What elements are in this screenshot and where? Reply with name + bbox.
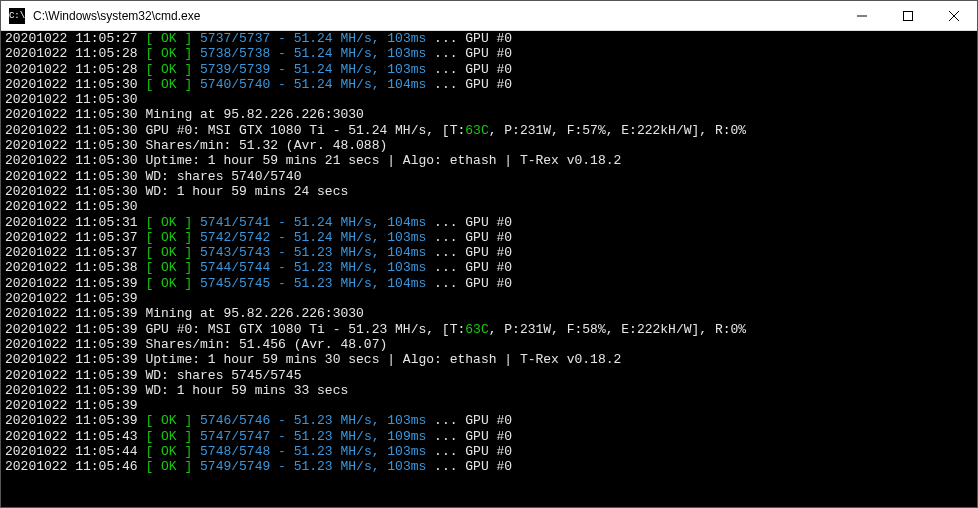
terminal-line: 20201022 11:05:39 WD: 1 hour 59 mins 33 … [5, 383, 973, 398]
terminal-segment: 20201022 11:05:39 WD: shares 5745/5745 [5, 368, 301, 383]
terminal-line: 20201022 11:05:30 GPU #0: MSI GTX 1080 T… [5, 123, 973, 138]
terminal-segment: ... GPU #0 [426, 276, 512, 291]
titlebar[interactable]: C:\ C:\Windows\system32\cmd.exe [1, 1, 977, 31]
terminal-segment: 5745/5745 - 51.23 MH/s, 104ms [192, 276, 426, 291]
terminal-segment: 5749/5749 - 51.23 MH/s, 103ms [192, 459, 426, 474]
terminal-segment: 20201022 11:05:39 WD: 1 hour 59 mins 33 … [5, 383, 348, 398]
terminal-segment: 5744/5744 - 51.23 MH/s, 103ms [192, 260, 426, 275]
terminal-segment: 5746/5746 - 51.23 MH/s, 103ms [192, 413, 426, 428]
terminal-segment: [ OK ] [145, 62, 192, 77]
terminal-segment: ... GPU #0 [426, 46, 512, 61]
terminal-segment: 20201022 11:05:39 [5, 291, 138, 306]
minimize-button[interactable] [839, 1, 885, 30]
terminal-segment: ... GPU #0 [426, 215, 512, 230]
terminal-line: 20201022 11:05:30 [5, 92, 973, 107]
terminal-segment: 20201022 11:05:28 [5, 46, 145, 61]
close-icon [949, 11, 959, 21]
terminal-output[interactable]: 20201022 11:05:27 [ OK ] 5737/5737 - 51.… [1, 31, 977, 507]
terminal-line: 20201022 11:05:30 Mining at 95.82.226.22… [5, 107, 973, 122]
terminal-line: 20201022 11:05:38 [ OK ] 5744/5744 - 51.… [5, 260, 973, 275]
terminal-segment: ... GPU #0 [426, 62, 512, 77]
terminal-segment: 5742/5742 - 51.24 MH/s, 103ms [192, 230, 426, 245]
terminal-segment: 5737/5737 - 51.24 MH/s, 103ms [192, 31, 426, 46]
terminal-segment: 20201022 11:05:39 [5, 276, 145, 291]
terminal-line: 20201022 11:05:39 [ OK ] 5745/5745 - 51.… [5, 276, 973, 291]
terminal-segment: 20201022 11:05:39 GPU #0: MSI GTX 1080 T… [5, 322, 465, 337]
terminal-segment: 20201022 11:05:39 Shares/min: 51.456 (Av… [5, 337, 387, 352]
terminal-segment: [ OK ] [145, 31, 192, 46]
terminal-segment: 20201022 11:05:39 Mining at 95.82.226.22… [5, 306, 364, 321]
terminal-segment: , P:231W, F:57%, E:222kH/W], R:0% [489, 123, 746, 138]
terminal-segment: [ OK ] [145, 230, 192, 245]
terminal-segment: [ OK ] [145, 245, 192, 260]
terminal-segment: [ OK ] [145, 46, 192, 61]
terminal-line: 20201022 11:05:28 [ OK ] 5739/5739 - 51.… [5, 62, 973, 77]
terminal-line: 20201022 11:05:39 [5, 398, 973, 413]
terminal-line: 20201022 11:05:44 [ OK ] 5748/5748 - 51.… [5, 444, 973, 459]
terminal-segment: 20201022 11:05:38 [5, 260, 145, 275]
terminal-segment: ... GPU #0 [426, 429, 512, 444]
terminal-segment: 20201022 11:05:30 Mining at 95.82.226.22… [5, 107, 364, 122]
terminal-segment: 20201022 11:05:28 [5, 62, 145, 77]
terminal-segment: 63C [465, 322, 488, 337]
terminal-line: 20201022 11:05:27 [ OK ] 5737/5737 - 51.… [5, 31, 973, 46]
terminal-segment: [ OK ] [145, 413, 192, 428]
terminal-segment: 20201022 11:05:30 [5, 92, 138, 107]
terminal-segment: ... GPU #0 [426, 245, 512, 260]
terminal-segment: 5747/5747 - 51.23 MH/s, 109ms [192, 429, 426, 444]
terminal-segment: ... GPU #0 [426, 444, 512, 459]
terminal-segment: 20201022 11:05:31 [5, 215, 145, 230]
terminal-segment: 20201022 11:05:37 [5, 230, 145, 245]
terminal-segment: , P:231W, F:58%, E:222kH/W], R:0% [489, 322, 746, 337]
terminal-segment: 20201022 11:05:46 [5, 459, 145, 474]
terminal-line: 20201022 11:05:37 [ OK ] 5742/5742 - 51.… [5, 230, 973, 245]
terminal-segment: [ OK ] [145, 444, 192, 459]
cmd-icon: C:\ [9, 8, 25, 24]
terminal-segment: [ OK ] [145, 429, 192, 444]
terminal-segment: 20201022 11:05:44 [5, 444, 145, 459]
svg-rect-1 [904, 11, 913, 20]
terminal-line: 20201022 11:05:37 [ OK ] 5743/5743 - 51.… [5, 245, 973, 260]
terminal-segment: 20201022 11:05:30 WD: 1 hour 59 mins 24 … [5, 184, 348, 199]
terminal-segment: 20201022 11:05:30 WD: shares 5740/5740 [5, 169, 301, 184]
terminal-segment: 20201022 11:05:30 [5, 77, 145, 92]
terminal-segment: [ OK ] [145, 215, 192, 230]
terminal-segment: 5740/5740 - 51.24 MH/s, 104ms [192, 77, 426, 92]
terminal-line: 20201022 11:05:30 [5, 199, 973, 214]
terminal-segment: 5748/5748 - 51.23 MH/s, 103ms [192, 444, 426, 459]
cmd-window: C:\ C:\Windows\system32\cmd.exe 20201022… [0, 0, 978, 508]
window-controls [839, 1, 977, 30]
close-button[interactable] [931, 1, 977, 30]
terminal-segment: 20201022 11:05:37 [5, 245, 145, 260]
terminal-segment: [ OK ] [145, 260, 192, 275]
terminal-line: 20201022 11:05:46 [ OK ] 5749/5749 - 51.… [5, 459, 973, 474]
terminal-segment: 20201022 11:05:30 GPU #0: MSI GTX 1080 T… [5, 123, 465, 138]
terminal-segment: 20201022 11:05:39 [5, 398, 138, 413]
maximize-icon [903, 11, 913, 21]
terminal-segment: [ OK ] [145, 459, 192, 474]
terminal-line: 20201022 11:05:39 [ OK ] 5746/5746 - 51.… [5, 413, 973, 428]
terminal-segment: 20201022 11:05:27 [5, 31, 145, 46]
terminal-line: 20201022 11:05:28 [ OK ] 5738/5738 - 51.… [5, 46, 973, 61]
terminal-line: 20201022 11:05:39 Mining at 95.82.226.22… [5, 306, 973, 321]
terminal-segment: 20201022 11:05:39 [5, 413, 145, 428]
terminal-segment: ... GPU #0 [426, 413, 512, 428]
terminal-line: 20201022 11:05:30 Uptime: 1 hour 59 mins… [5, 153, 973, 168]
terminal-line: 20201022 11:05:39 Shares/min: 51.456 (Av… [5, 337, 973, 352]
terminal-segment: 63C [465, 123, 488, 138]
maximize-button[interactable] [885, 1, 931, 30]
terminal-segment: 5738/5738 - 51.24 MH/s, 103ms [192, 46, 426, 61]
terminal-segment: 20201022 11:05:30 Shares/min: 51.32 (Avr… [5, 138, 387, 153]
terminal-segment: ... GPU #0 [426, 260, 512, 275]
minimize-icon [857, 11, 867, 21]
terminal-segment: ... GPU #0 [426, 459, 512, 474]
terminal-line: 20201022 11:05:39 [5, 291, 973, 306]
terminal-segment: ... GPU #0 [426, 31, 512, 46]
terminal-line: 20201022 11:05:30 WD: shares 5740/5740 [5, 169, 973, 184]
terminal-segment: 20201022 11:05:30 Uptime: 1 hour 59 mins… [5, 153, 621, 168]
terminal-segment: 20201022 11:05:30 [5, 199, 138, 214]
terminal-line: 20201022 11:05:30 [ OK ] 5740/5740 - 51.… [5, 77, 973, 92]
terminal-segment: [ OK ] [145, 77, 192, 92]
terminal-line: 20201022 11:05:39 WD: shares 5745/5745 [5, 368, 973, 383]
terminal-segment: ... GPU #0 [426, 77, 512, 92]
